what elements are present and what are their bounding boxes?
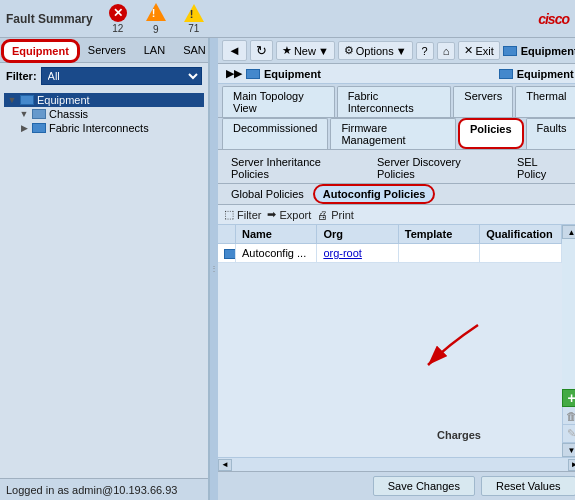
edit-button[interactable]: ✎ [562,425,575,443]
td-org: org-root [317,244,398,262]
subtab-server-discovery[interactable]: Server Discovery Policies [368,152,508,183]
table-row[interactable]: Autoconfig ... org-root [218,244,562,263]
new-icon: ★ [282,44,292,57]
td-template [399,244,480,262]
filter-row: Filter: All [0,63,208,89]
save-changes-button[interactable]: Save Changes [373,476,475,496]
h-scrollbar[interactable]: ◄ ► [218,457,575,471]
tab-equipment[interactable]: Equipment [2,40,79,62]
tab-lan[interactable]: LAN [135,40,174,62]
table-header: Name Org Template Qualification [218,225,562,244]
divider-dots: ⋮ [210,265,218,273]
refresh-button[interactable]: ↻ [250,40,273,61]
tree-item-fabric[interactable]: ▶ Fabric Interconnects [16,121,204,135]
tree-panel: ▼ Equipment ▼ Chassis ▶ Fabric Interconn… [0,89,208,478]
h-scroll-left[interactable]: ◄ [218,459,232,471]
back-button[interactable]: ◄ [222,40,247,61]
tree-item-chassis[interactable]: ▼ Chassis [16,107,204,121]
export-action[interactable]: ➡ Export [267,208,311,221]
tree-label-equipment: Equipment [37,94,90,106]
refresh-icon: ↻ [256,43,267,58]
new-button[interactable]: ★ New ▼ [276,41,335,60]
exit-button[interactable]: ✕ Exit [458,41,499,60]
print-icon: 🖨 [317,209,328,221]
critical-icon: ✕ [109,4,127,22]
home-button[interactable]: ⌂ [437,42,456,60]
scroll-up[interactable]: ▲ [562,225,575,239]
tab-main-topology[interactable]: Main Topology View [222,86,335,117]
nav-tabs: Equipment Servers LAN SAN VM Admin [0,38,208,63]
print-action[interactable]: 🖨 Print [317,209,354,221]
help-button[interactable]: ? [416,42,434,60]
tab-firmware[interactable]: Firmware Management [330,118,456,149]
h-scroll-right[interactable]: ► [568,459,575,471]
tab-servers[interactable]: Servers [79,40,135,62]
th-org: Org [317,225,398,243]
tab-fabric-interconnects[interactable]: Fabric Interconnects [337,86,452,117]
tab-faults[interactable]: Faults [526,118,575,149]
main-layout: Equipment Servers LAN SAN VM Admin Filte… [0,38,575,500]
options-button[interactable]: ⚙ Options ▼ [338,41,413,60]
breadcrumb-arrow: ▶▶ [226,67,242,80]
chassis-tree-icon [32,109,46,119]
tab-policies[interactable]: Policies [458,118,524,149]
filter-action-icon: ⬚ [224,208,234,221]
right-main-tabs: Main Topology View Fabric Interconnects … [218,84,575,118]
fabric-tree-icon [32,123,46,133]
filter-action-label: Filter [237,209,261,221]
delete-button[interactable]: 🗑 [562,407,575,425]
scroll-down[interactable]: ▼ [562,443,575,457]
options-icon: ⚙ [344,44,354,57]
reset-values-button[interactable]: Reset Values [481,476,575,496]
td-name: Autoconfig ... [236,244,317,262]
policy-sub-tabs-row2: Global Policies Autoconfig Policies [218,184,575,205]
subtab-global[interactable]: Global Policies [222,184,313,204]
th-template: Template [399,225,480,243]
subtab-server-inheritance[interactable]: Server Inheritance Policies [222,152,368,183]
tab-decommissioned[interactable]: Decommissioned [222,118,328,149]
subtab-autoconfig[interactable]: Autoconfig Policies [313,184,436,204]
tree-item-equipment[interactable]: ▼ Equipment [4,93,204,107]
back-icon: ◄ [228,43,241,58]
critical-count: 12 [112,23,123,34]
home-icon: ⌂ [443,45,450,57]
table-inner: Name Org Template Qualification Autoconf… [218,225,575,457]
new-label: New [294,45,316,57]
minor-count: 71 [188,23,199,34]
tree-toggle-fabric[interactable]: ▶ [18,122,30,134]
new-dropdown-icon: ▼ [318,45,329,57]
cisco-logo: cisco [538,11,569,27]
action-toolbar: ⬚ Filter ➡ Export 🖨 Print [218,205,575,225]
fault-summary-bar: Fault Summary ✕ 12 9 71 cisco [0,0,575,38]
breadcrumb: ▶▶ Equipment Equipment [218,64,575,84]
equipment-tree-icon [20,95,34,105]
tab-servers[interactable]: Servers [453,86,513,117]
filter-action[interactable]: ⬚ Filter [224,208,261,221]
tab-thermal[interactable]: Thermal [515,86,575,117]
table-content: Name Org Template Qualification Autoconf… [218,225,575,471]
tree-label-chassis: Chassis [49,108,88,120]
bottom-buttons: Save Changes Reset Values [218,471,575,500]
fault-summary-title: Fault Summary [6,12,93,26]
major-fault: 9 [141,3,171,35]
export-icon: ➡ [267,208,276,221]
tree-toggle-equipment[interactable]: ▼ [6,94,18,106]
side-actions: ▲ [562,225,575,457]
print-label: Print [331,209,354,221]
filter-select[interactable]: All [41,67,202,85]
top-toolbar: ◄ ↻ ★ New ▼ ⚙ Options ▼ ? ⌂ ✕ Exit [218,38,575,64]
tab-san[interactable]: SAN [174,40,215,62]
panel-divider[interactable]: ⋮ [210,38,218,500]
export-label: Export [279,209,311,221]
add-button[interactable]: + [562,389,575,407]
scroll-track [562,239,575,389]
tree-toggle-chassis[interactable]: ▼ [18,108,30,120]
eq-right-label: Equipment [517,68,574,80]
equipment-header-icon [503,46,517,56]
options-label: Options [356,45,394,57]
tree-label-fabric: Fabric Interconnects [49,122,149,134]
subtab-sel[interactable]: SEL Policy [508,152,575,183]
major-count: 9 [153,24,159,35]
table-main: Name Org Template Qualification Autoconf… [218,225,562,457]
login-status: Logged in as admin@10.193.66.93 [6,484,177,496]
